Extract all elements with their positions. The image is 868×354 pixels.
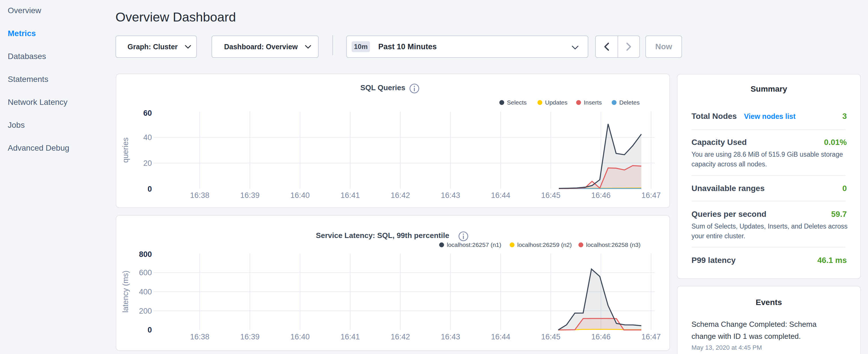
svg-text:16:39: 16:39	[240, 191, 260, 200]
svg-text:Inserts: Inserts	[584, 99, 602, 106]
svg-text:16:38: 16:38	[190, 191, 210, 200]
svg-text:SQL Queries: SQL Queries	[360, 83, 405, 92]
svg-text:16:45: 16:45	[541, 191, 560, 200]
svg-text:16:41: 16:41	[340, 191, 360, 200]
svg-text:queries: queries	[121, 137, 130, 163]
svg-text:Updates: Updates	[545, 99, 567, 106]
svg-text:latency (ms): latency (ms)	[121, 270, 130, 313]
svg-text:16:47: 16:47	[641, 332, 661, 341]
svg-text:16:42: 16:42	[391, 332, 410, 341]
svg-text:localhost:26257 (n1): localhost:26257 (n1)	[447, 242, 501, 248]
svg-text:400: 400	[139, 288, 152, 296]
svg-text:16:42: 16:42	[391, 191, 410, 200]
svg-text:0: 0	[148, 326, 152, 334]
svg-text:16:41: 16:41	[340, 332, 360, 341]
svg-text:200: 200	[139, 307, 152, 315]
svg-text:40: 40	[143, 133, 152, 142]
svg-text:16:46: 16:46	[591, 332, 611, 341]
svg-text:20: 20	[143, 159, 152, 167]
svg-text:16:39: 16:39	[240, 332, 260, 341]
svg-text:localhost:26258 (n3): localhost:26258 (n3)	[586, 242, 641, 248]
svg-text:800: 800	[139, 250, 152, 259]
svg-text:Selects: Selects	[507, 99, 527, 106]
svg-text:16:44: 16:44	[491, 191, 510, 200]
svg-text:0: 0	[148, 185, 152, 193]
svg-text:16:43: 16:43	[441, 191, 460, 200]
svg-text:localhost:26259 (n2): localhost:26259 (n2)	[517, 242, 572, 248]
svg-text:600: 600	[139, 268, 152, 277]
svg-text:60: 60	[143, 109, 152, 118]
svg-text:Service Latency: SQL, 99th per: Service Latency: SQL, 99th percentile	[316, 231, 449, 240]
svg-text:16:47: 16:47	[641, 191, 661, 200]
svg-text:16:44: 16:44	[491, 332, 510, 341]
svg-text:16:38: 16:38	[190, 332, 210, 341]
svg-text:16:40: 16:40	[290, 332, 310, 341]
svg-text:16:43: 16:43	[441, 332, 460, 341]
svg-text:16:46: 16:46	[591, 191, 611, 200]
svg-text:Deletes: Deletes	[619, 99, 640, 106]
svg-text:16:45: 16:45	[541, 332, 560, 341]
svg-text:16:40: 16:40	[290, 191, 310, 200]
